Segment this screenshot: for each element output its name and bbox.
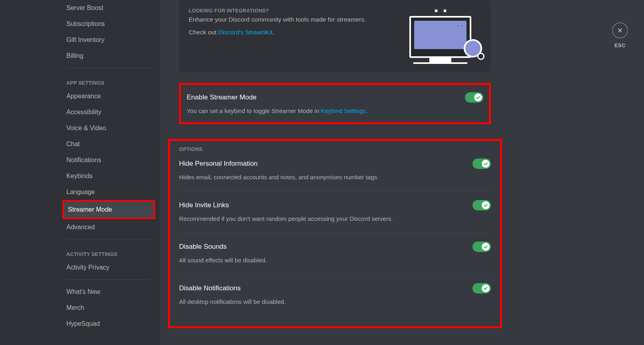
option-title: Disable Sounds [179,243,227,251]
option-hide-invite: Hide Invite Links Recommended if you don… [179,200,491,223]
divider [179,191,491,191]
option-title: Disable Notifications [179,284,241,292]
esc-label: ESC [614,42,626,48]
sidebar-item-label: Voice & Video [66,125,106,131]
check-icon [483,244,488,250]
integration-card: LOOKING FOR INTEGRATIONS? Enhance your D… [179,0,491,72]
integration-heading: LOOKING FOR INTEGRATIONS? [189,8,397,14]
option-disable-notifications: Disable Notifications All desktop notifi… [179,283,491,306]
monitor-illustration: ▪ ▪ [405,8,481,64]
sidebar-item-whats-new[interactable]: What's New [62,284,155,300]
options-header: OPTIONS [179,147,491,152]
sidebar-item-label: Notifications [66,157,101,163]
sidebar-item-notifications[interactable]: Notifications [62,152,155,168]
sidebar-item-advanced[interactable]: Advanced [62,219,155,235]
sidebar-item-label: Billing [66,52,84,59]
sidebar-divider [66,280,151,280]
enable-desc: You can set a keybind to toggle Streamer… [187,107,483,115]
sidebar-item-voice-video[interactable]: Voice & Video [62,120,155,136]
sidebar-item-label: Server Boost [66,4,103,11]
check-icon [483,286,488,291]
enable-streamer-mode-row: Enable Streamer Mode [187,92,483,103]
integration-check-prefix: Check out [189,29,218,36]
settings-layout: Server Boost Subscriptions Gift Inventor… [0,0,644,345]
sidebar-item-keybinds[interactable]: Keybinds [62,168,155,184]
sidebar-header-activity: ACTIVITY SETTINGS [62,244,155,260]
option-desc: Hides email, connected accounts and note… [179,173,491,181]
close-settings-button[interactable]: ESC [612,22,628,48]
enable-title: Enable Streamer Mode [187,93,257,101]
divider [179,274,491,274]
sidebar-item-label: HypeSquad [66,320,100,327]
check-icon [483,161,488,167]
option-desc: All desktop notifications will be disabl… [179,297,491,306]
enable-streamer-toggle[interactable] [465,92,483,103]
sidebar-item-label: Appearance [66,93,101,99]
sidebar: Server Boost Subscriptions Gift Inventor… [0,0,160,345]
sidebar-item-chat[interactable]: Chat [62,136,155,152]
divider [179,232,491,233]
sidebar-item-appearance[interactable]: Appearance [62,88,155,104]
hide-personal-toggle[interactable] [473,159,491,169]
sidebar-item-label: Language [66,188,95,195]
sidebar-item-merch[interactable]: Merch [62,300,155,316]
hide-invite-toggle[interactable] [473,200,491,210]
sidebar-header-app: APP SETTINGS [62,72,155,88]
sidebar-item-language[interactable]: Language [62,184,155,200]
sidebar-item-label: Advanced [66,224,95,230]
sidebar-item-accessibility[interactable]: Accessibility [62,104,155,120]
sidebar-item-label: Accessibility [66,109,101,115]
disable-notifications-toggle[interactable] [473,283,491,293]
sidebar-divider [66,239,151,240]
highlight-box-enable: Enable Streamer Mode You can set a keybi… [179,83,491,124]
sidebar-item-label: Chat [66,141,80,147]
option-title: Hide Personal Information [179,160,258,168]
sidebar-item-label: Subscriptions [66,20,105,27]
sidebar-item-billing[interactable]: Billing [62,48,155,64]
close-icon [612,22,628,38]
check-icon [483,202,488,208]
main-content: LOOKING FOR INTEGRATIONS? Enhance your D… [160,0,644,345]
integration-desc: Enhance your Discord community with tool… [189,16,397,23]
highlight-box-sidebar: Streamer Mode [62,200,155,219]
sidebar-item-label: Keybinds [66,172,93,179]
sidebar-item-gift-inventory[interactable]: Gift Inventory [62,32,155,48]
disable-sounds-toggle[interactable] [473,242,491,252]
streamkit-link[interactable]: Discord's StreamKit [218,29,273,36]
integration-period: . [273,29,274,36]
option-desc: All sound effects will be disabled. [179,256,491,264]
sidebar-item-streamer-mode[interactable]: Streamer Mode [64,202,154,218]
enable-desc-period: . [366,107,367,114]
sidebar-item-label: Merch [66,304,84,311]
option-disable-sounds: Disable Sounds All sound effects will be… [179,242,491,264]
option-desc: Recommended if you don't want random peo… [179,214,491,223]
sidebar-divider [66,68,151,68]
check-icon [475,95,481,100]
option-title: Hide Invite Links [179,201,229,209]
sidebar-item-server-boost[interactable]: Server Boost [62,0,155,16]
integration-checkout: Check out Discord's StreamKit. [189,29,397,36]
sidebar-item-subscriptions[interactable]: Subscriptions [62,16,155,32]
sidebar-item-label: Streamer Mode [68,206,112,213]
enable-desc-prefix: You can set a keybind to toggle Streamer… [187,107,321,114]
toggle-thumb [474,93,482,101]
sidebar-item-label: Gift Inventory [66,36,104,43]
magnifier-icon [464,39,482,58]
sidebar-item-activity-privacy[interactable]: Activity Privacy [62,260,155,276]
sidebar-item-hypesquad[interactable]: HypeSquad [62,316,155,332]
option-hide-personal: Hide Personal Information Hides email, c… [179,159,491,181]
keybind-settings-link[interactable]: Keybind Settings [321,107,366,114]
sidebar-item-label: Activity Privacy [66,264,110,271]
sidebar-item-label: What's New [66,288,100,295]
